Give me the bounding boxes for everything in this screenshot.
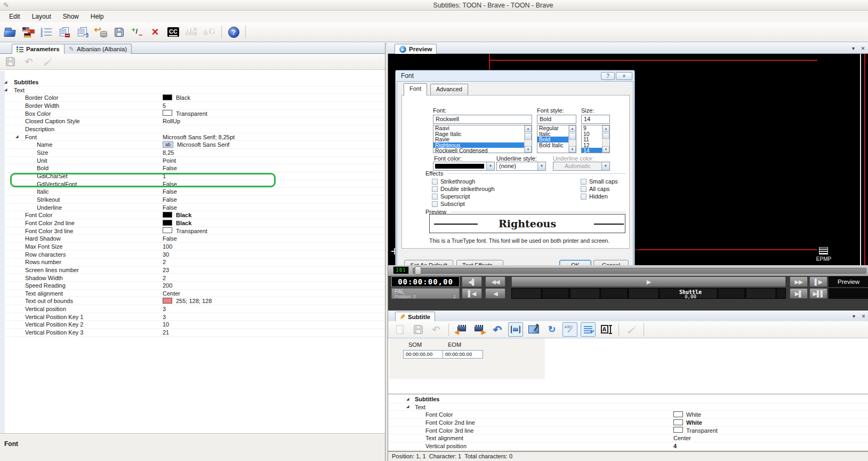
- property-row-text[interactable]: ◢Text: [388, 403, 868, 411]
- go-end-icon[interactable]: ▶▌▌: [809, 288, 827, 299]
- font-size-input[interactable]: 14: [581, 115, 610, 124]
- expander-icon[interactable]: ◢: [4, 80, 7, 85]
- frame-back-icon[interactable]: ◀: [485, 288, 505, 299]
- documents-languages-icon[interactable]: [57, 24, 73, 40]
- menu-edit[interactable]: Edit: [3, 11, 26, 22]
- property-row-max-font-size[interactable]: Max Font Size100: [0, 243, 385, 251]
- font-name-input[interactable]: Rockwell: [433, 115, 532, 124]
- shuttle-bar[interactable]: Shuttle 0,00: [511, 288, 786, 299]
- font-style-input[interactable]: Bold: [537, 115, 576, 124]
- property-value[interactable]: 30: [163, 251, 169, 259]
- scroll-down-icon[interactable]: ▼: [569, 146, 576, 153]
- documents-copy-icon[interactable]: 3: [75, 24, 91, 40]
- save-icon[interactable]: [3, 55, 17, 69]
- eom-input[interactable]: 00:00:00.00: [443, 350, 483, 359]
- property-value[interactable]: Microsoft Sans Serif; 8,25pt: [163, 133, 235, 141]
- new-document-icon[interactable]: [392, 322, 407, 337]
- property-row-text-alignment[interactable]: Text alignmentCenter: [0, 290, 385, 298]
- save-icon[interactable]: [111, 24, 127, 40]
- property-value[interactable]: 8,25: [163, 149, 174, 157]
- checkbox-hidden[interactable]: [581, 194, 586, 200]
- property-row-vertical-position-key-1[interactable]: Vertical Position Key 13: [0, 313, 385, 321]
- open-icon[interactable]: [2, 24, 18, 40]
- video-marker-icon[interactable]: [526, 322, 541, 337]
- menu-show[interactable]: Show: [57, 11, 85, 22]
- property-row-text-alignment[interactable]: Text alignmentCenter: [388, 434, 868, 442]
- delete-icon[interactable]: ×: [147, 24, 163, 40]
- expander-icon[interactable]: ◢: [15, 134, 18, 139]
- tab-parameters[interactable]: Parameters: [12, 44, 65, 54]
- preview-mode-button[interactable]: Preview: [829, 276, 868, 287]
- property-row-vertical-position-key-3[interactable]: Vertical Position Key 321: [0, 329, 385, 337]
- property-row-box-color[interactable]: Box ColorTransparent: [0, 110, 385, 118]
- dialog-tab-advanced[interactable]: Advanced: [430, 84, 468, 95]
- step-back-icon[interactable]: ◀▌: [462, 276, 482, 287]
- duration-icon[interactable]: [508, 322, 523, 337]
- property-value[interactable]: 100: [163, 243, 172, 251]
- property-row-font-color-2nd-line[interactable]: Font Color 2nd lineBlack: [0, 219, 385, 227]
- font-style-icon[interactable]: A: [599, 322, 614, 337]
- property-value[interactable]: Microsoft Sans Serif: [177, 141, 229, 149]
- closed-captions-icon[interactable]: CC: [165, 24, 181, 40]
- property-value[interactable]: 200: [163, 282, 172, 290]
- property-row-description[interactable]: Description: [0, 125, 385, 133]
- scroll-down-icon[interactable]: ▼: [602, 146, 609, 153]
- menu-layout[interactable]: Layout: [26, 11, 57, 22]
- property-value[interactable]: False: [163, 196, 177, 204]
- property-value[interactable]: Black: [176, 219, 191, 227]
- panel-close-icon[interactable]: ×: [859, 313, 867, 320]
- scroll-thumb[interactable]: [525, 133, 532, 140]
- property-row-font-color-2nd-line[interactable]: Font Color 2nd lineWhite: [388, 419, 868, 427]
- property-row-closed-caption-style[interactable]: Closed Caption StyleRollUp: [0, 117, 385, 125]
- property-value[interactable]: False: [163, 180, 177, 188]
- seek-track[interactable]: [413, 268, 866, 274]
- property-row-font-color-3rd-line[interactable]: Font Color 3rd lineTransparent: [0, 227, 385, 235]
- property-value[interactable]: Center: [163, 290, 180, 298]
- dialog-close-button[interactable]: ×: [616, 72, 632, 80]
- refresh-icon[interactable]: ↻: [544, 322, 559, 337]
- property-row-text[interactable]: ◢Text: [0, 86, 385, 94]
- property-row-border-width[interactable]: Border Width5: [0, 102, 385, 110]
- seek-thumb[interactable]: [415, 266, 421, 275]
- property-row-bold[interactable]: BoldFalse: [0, 164, 385, 172]
- play-icon[interactable]: ▶: [511, 276, 786, 287]
- property-row-gdicharset[interactable]: GdiCharSet1: [0, 172, 385, 180]
- scroll-up-icon[interactable]: ▲: [569, 125, 576, 132]
- som-input[interactable]: 00:00:00.00: [403, 350, 444, 359]
- property-value[interactable]: Center: [673, 434, 691, 442]
- list-option-raavi[interactable]: Raavi: [433, 125, 532, 131]
- property-row-screen-lines-number[interactable]: Screen lines number23: [0, 266, 385, 274]
- property-value[interactable]: Transparent: [686, 427, 718, 435]
- property-row-name[interactable]: NameabMicrosoft Sans Serif: [0, 141, 385, 149]
- rewind-icon[interactable]: ◀◀: [485, 276, 505, 287]
- waveform-g-icon[interactable]: G: [202, 24, 218, 40]
- dialog-tab-font[interactable]: Font: [404, 83, 427, 96]
- property-value[interactable]: 21: [163, 329, 169, 337]
- property-value[interactable]: 4: [673, 442, 677, 450]
- property-row-border-color[interactable]: Border ColorBlack: [0, 94, 385, 102]
- property-value[interactable]: Black: [176, 211, 191, 219]
- expander-icon[interactable]: ◢: [406, 404, 409, 409]
- property-row-unit[interactable]: UnitPoint: [0, 157, 385, 165]
- checkbox-double-strikethrough[interactable]: [432, 186, 438, 192]
- panel-menu-icon[interactable]: ▾: [850, 313, 858, 320]
- scrollbar[interactable]: ▲▼: [602, 125, 609, 153]
- scroll-thumb[interactable]: [569, 133, 576, 140]
- property-value[interactable]: 1: [163, 172, 166, 180]
- go-start-icon[interactable]: ▌◀: [462, 288, 482, 299]
- save-icon[interactable]: [411, 322, 425, 337]
- export-database-icon[interactable]: ↩: [93, 24, 109, 40]
- property-row-subtitles[interactable]: ◢Subtitles: [0, 78, 385, 86]
- menu-help[interactable]: Help: [85, 11, 110, 22]
- property-row-rows-number[interactable]: Rows number2: [0, 258, 385, 266]
- spellcheck-icon[interactable]: ABC✓: [562, 322, 577, 337]
- property-value[interactable]: 2: [163, 258, 166, 266]
- font-style-list[interactable]: RegularItalicBoldBold Italic▲▼: [537, 125, 576, 153]
- wrap-text-icon[interactable]: ↵: [581, 322, 596, 337]
- scrollbar[interactable]: ▲▼: [568, 125, 576, 153]
- property-value[interactable]: False: [163, 164, 177, 172]
- dialog-help-button[interactable]: ?: [601, 72, 615, 80]
- property-value[interactable]: 23: [163, 266, 169, 274]
- property-value[interactable]: White: [686, 419, 702, 427]
- font-name-list[interactable]: RaaviRage ItalicRavieRighteousRockwell C…: [433, 125, 532, 153]
